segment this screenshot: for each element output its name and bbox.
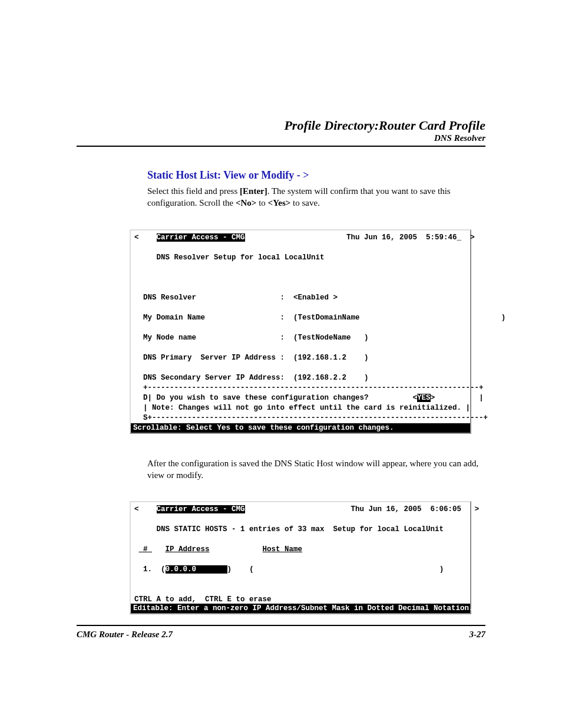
page-footer: CMG Router - Release 2.7 3-27 (77, 625, 485, 640)
t1-f3-label: My Node name (143, 334, 196, 342)
header-rule (77, 146, 485, 147)
body-text-3: to (256, 198, 267, 207)
page-header: Profile Directory:Router Card Profile DN… (77, 118, 485, 143)
t2-status-bar: Editable: Enter a non-zero IP Address/Su… (131, 604, 470, 613)
t2-help-bar: CTRL A to add, CTRL E to erase (131, 595, 470, 604)
t1-f3-value: (TestNodeName ) (293, 334, 369, 342)
t2-col-num: # (139, 545, 153, 554)
t1-box-d: D (143, 394, 148, 402)
t1-status-bar: Scrollable: Select Yes to save these con… (131, 423, 470, 433)
t1-brand: Carrier Access - CMG (157, 233, 245, 242)
t1-timestamp: Thu Jun 16, 2005 5:59:46_ (346, 233, 461, 242)
terminal-screenshot-1: < Carrier Access - CMG Thu Jun 16, 2005 … (130, 229, 471, 434)
enter-key-label: [Enter] (240, 186, 267, 196)
terminal-screenshot-2: < Carrier Access - CMG Thu Jun 16, 2005 … (130, 501, 471, 614)
footer-rule (77, 625, 485, 626)
t1-f4-label: DNS Primary Server IP Address : (143, 354, 285, 362)
t1-f2-label: My Domain Name (143, 314, 205, 322)
t1-box-bot: +---------------------------------------… (148, 414, 488, 422)
t2-row-num: 1. (139, 565, 153, 574)
no-label: <No> (236, 198, 256, 207)
t2-timestamp: Thu Jun 16, 2005 6:06:05 (351, 505, 462, 513)
t1-f1-label: DNS Resolver (143, 294, 196, 302)
after-text: After the configuration is saved the DNS… (147, 457, 485, 482)
t2-col-ip: IP Address (166, 545, 210, 554)
section-heading: Static Host List: View or Modify - > (147, 169, 485, 182)
footer-left: CMG Router - Release 2.7 (77, 630, 173, 640)
body-text-1: Select this field and press (147, 186, 240, 196)
t2-title: DNS STATIC HOSTS - 1 entries of 33 max S… (134, 525, 444, 533)
t1-f1-value: <Enabled > (293, 294, 338, 302)
t1-arrow-right: > (470, 233, 475, 242)
t1-arrow-left: < (134, 233, 139, 242)
t1-box-s: S (143, 414, 148, 422)
t2-col-host: Host Name (263, 545, 303, 554)
t2-host-open: ( (249, 565, 254, 574)
t1-box-top: +---------------------------------------… (134, 384, 484, 392)
t2-ip-open: ( (161, 565, 166, 574)
t2-ip-mid: .0.0.0 (170, 565, 227, 574)
t1-box-q: | Do you wish to save these configuratio… (148, 394, 418, 402)
t1-f2-value: (TestDomainName (293, 314, 360, 322)
t1-f5-label: DNS Secondary Server IP Address: (143, 374, 285, 382)
t1-f5-value: (192.168.2.2 ) (293, 374, 369, 382)
document-page: Profile Directory:Router Card Profile DN… (0, 0, 562, 728)
t2-ip-close: ) (227, 565, 232, 574)
t1-box-qend: > | (431, 394, 484, 402)
header-title: Profile Directory:Router Card Profile (77, 118, 485, 133)
t1-box-note: | Note: Changes will not go into effect … (134, 404, 470, 412)
t2-host-close: ) (439, 565, 444, 574)
t2-brand: Carrier Access - CMG (157, 505, 245, 513)
t1-f2-trail: ) (501, 314, 506, 322)
t1-title: DNS Resolver Setup for local LocalUnit (134, 253, 325, 262)
body-text-4: to save. (290, 198, 320, 207)
footer-right: 3-27 (470, 630, 486, 640)
section-body: Select this field and press [Enter]. The… (147, 185, 485, 209)
t2-ip-0: 0 (166, 565, 170, 574)
t1-box-yes: YES (417, 394, 431, 402)
terminal-content-1: < Carrier Access - CMG Thu Jun 16, 2005 … (131, 230, 470, 423)
t2-arrow-left: < (134, 505, 139, 513)
t1-f4-value: (192.168.1.2 ) (293, 354, 369, 362)
terminal-content-2: < Carrier Access - CMG Thu Jun 16, 2005 … (131, 502, 470, 595)
t2-arrow-right: > (475, 505, 480, 513)
header-subtitle: DNS Resolver (77, 133, 485, 143)
yes-label: <Yes> (268, 198, 291, 207)
